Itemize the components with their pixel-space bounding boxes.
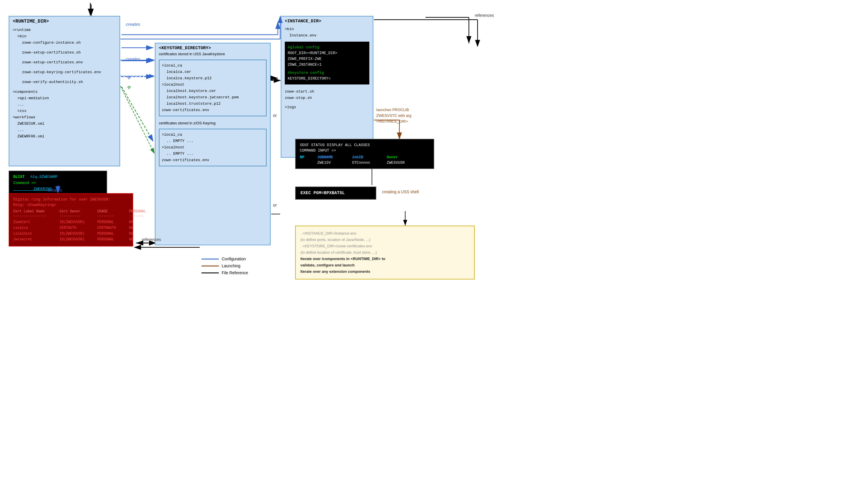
digital-ring-box: Digital ring information for user ZWESVU… — [9, 193, 133, 247]
or-label-2: or — [273, 202, 277, 207]
legend-label-launching: Launching — [222, 263, 241, 268]
legend-item-file: File Reference — [202, 270, 248, 275]
instance-env-line2: (to define ports, location of Java/Node,… — [301, 237, 469, 243]
sdsf-row: ZWE1SV STCnnnnn ZWESVUSR — [300, 161, 430, 165]
keystore-uss-content: >local_ca localca.cer localca.keystore.p… — [162, 63, 264, 113]
instance-env-line4: (to define location of certificate, trus… — [301, 249, 469, 256]
diagram-container: <RUNTIME_DIR> >runtime >bin zowe-configu… — [0, 0, 868, 488]
references-label-1: references — [475, 13, 494, 18]
keystore-header: <KEYSTORE_DIRECTORY> — [159, 46, 267, 51]
instance-dir-bottom: zowe-start.sh zowe-stop.sh >logs — [285, 89, 369, 110]
keystore-uss-box: >local_ca localca.cer localca.keystore.p… — [159, 60, 267, 116]
dlist-box: DLIST hlq.SZWESAMP Command => ________ Z… — [9, 171, 107, 196]
legend-line-blue — [202, 259, 219, 259]
digital-ring-header: Digital ring information for user ZWESVU… — [13, 197, 128, 202]
instance-env-line7: Iterate over any extension components — [301, 268, 469, 275]
instance-dir-bin: >bin Instance.env — [285, 26, 369, 39]
launches-label: launches PROCLIBZWESVSTC with arg<INSTAN… — [376, 107, 411, 124]
creates-label-1: creates — [126, 22, 140, 27]
command-label: Command => — [13, 181, 102, 185]
runtime-line-1: >runtime >bin zowe-configure-instance.sh… — [13, 27, 116, 140]
digital-ring-rows: ZoweCertID(ZWESVUSR)PERSONALNO LocalcaCE… — [13, 219, 128, 242]
instance-dir-box: <INSTANCE_DIR> >bin Instance.env #global… — [281, 16, 373, 158]
exec-pgm-box: EXEC PGM=BPXBATSL — [295, 187, 376, 200]
sdsf-line2: COMMAND INPUT => — [300, 149, 430, 153]
svg-line-10 — [122, 87, 153, 142]
exec-label: EXEC PGM=BPXBATSL — [301, 191, 371, 196]
legend-label-config: Configuration — [222, 257, 246, 261]
keystore-subtitle2: certificates stored in z/OS Keyring — [159, 121, 267, 125]
dlist-value: hlq.SZWESAMP — [30, 175, 58, 179]
dlist-label: DLIST — [13, 175, 25, 179]
keystore-dir-box: <KEYSTORE_DIRECTORY> certificates stored… — [155, 43, 271, 245]
creating-uss-label: creating a USS shell — [382, 190, 419, 194]
digital-ring-separator: ---------------- ---------- -------- ---… — [13, 214, 128, 218]
or-label-1: or — [273, 113, 277, 118]
sdsf-box: SDSF STATUS DISPLAY ALL CLASSES COMMAND … — [295, 139, 434, 169]
instance-env-line6: validate, configure and launch — [301, 262, 469, 268]
sdsf-headers: NP JOBNAME JobID Owner — [300, 155, 430, 159]
creates-label-2: creates — [126, 56, 140, 61]
legend-line-brown — [202, 265, 219, 266]
p-label-2: -p — [127, 85, 130, 89]
instance-env-line1: . <INSTANCE_DIR>/instance.env — [301, 230, 469, 237]
keystore-subtitle1: certificates stored in USS JavaKeystore — [159, 52, 267, 56]
svg-line-30 — [120, 86, 154, 153]
p-label-1: -p — [127, 75, 130, 79]
instance-env-line3: . <KEYSTORE_DIR>/zowe-certificates.env — [301, 243, 469, 249]
legend-item-launching: Launching — [202, 263, 248, 268]
runtime-dir-header: <RUNTIME_DIR> — [13, 19, 116, 24]
digital-ring-line: Ring: >ZoweKeyring< — [13, 203, 128, 207]
dlist-line1: DLIST hlq.SZWESAMP — [13, 175, 102, 179]
instance-env-box: . <INSTANCE_DIR>/instance.env (to define… — [295, 226, 475, 280]
instance-dir-header: <INSTANCE_DIR> — [285, 19, 369, 24]
creates-label-3: creates — [48, 188, 62, 192]
keystore-zos-box: >local_ca .. EMPTY ... >localhost .. EMP… — [159, 129, 267, 166]
sdsf-line1: SDSF STATUS DISPLAY ALL CLASSES — [300, 143, 430, 147]
instance-env-line5: Iterate over /components in <RUNTIME_DIR… — [301, 256, 469, 262]
runtime-dir-box: <RUNTIME_DIR> >runtime >bin zowe-configu… — [9, 16, 120, 166]
instance-code-block: #global config ROOT_DIR=<RUNTIME_DIR> ZO… — [285, 42, 369, 85]
legend-label-file: File Reference — [222, 270, 248, 275]
digital-ring-table-header: Cert Label Name Cert Owner USAGE PERSONA… — [13, 209, 128, 214]
legend-line-black — [202, 272, 219, 273]
legend-item-config: Configuration — [202, 257, 248, 261]
legend: Configuration Launching File Reference — [197, 253, 253, 281]
keystore-zos-content: >local_ca .. EMPTY ... >localhost .. EMP… — [162, 132, 264, 163]
